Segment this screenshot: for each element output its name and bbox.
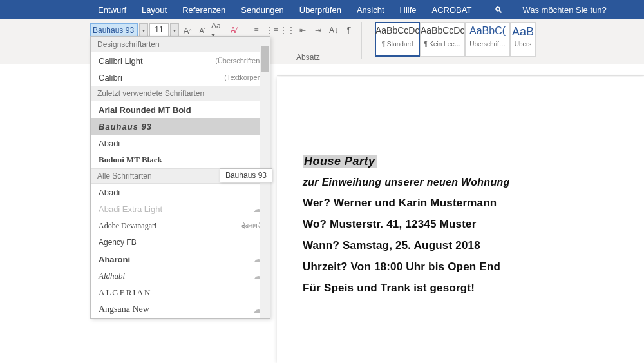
chevron-down-icon: ▾	[173, 28, 176, 34]
grow-font-button[interactable]: A^	[180, 23, 194, 37]
indent-button[interactable]: ⇥	[311, 23, 325, 37]
ribbon-menu: Entwurf Layout Referenzen Sendungen Über…	[0, 0, 644, 19]
font-dropdown-button[interactable]: ▾	[139, 23, 148, 37]
font-item-algerian[interactable]: ALGERIAN	[91, 284, 270, 301]
ribbon-tab[interactable]: Layout	[134, 5, 175, 15]
ribbon-tab[interactable]: Ansicht	[349, 5, 392, 15]
font-item-aldhabi[interactable]: Aldhabi ☁	[91, 268, 270, 284]
change-case-button[interactable]: Aa ▾	[211, 23, 225, 37]
sort-button[interactable]: A↓	[327, 23, 341, 37]
font-item-calibri[interactable]: Calibri (Textkörper)	[91, 69, 270, 86]
font-item-angsana-new[interactable]: Angsana New ☁	[91, 301, 270, 318]
separator	[361, 22, 362, 59]
doc-line[interactable]: Wer? Werner und Karin Mustermann	[303, 197, 618, 210]
font-size-input[interactable]: 11	[149, 23, 169, 37]
font-item-abadi-extra-light[interactable]: Abadi Extra Light ☁	[91, 201, 270, 217]
doc-line[interactable]: Wo? Musterstr. 41, 12345 Muster	[303, 218, 618, 231]
doc-title[interactable]: House Party	[303, 155, 377, 168]
ribbon-tab[interactable]: ACROBAT	[424, 5, 480, 15]
font-item-abadi[interactable]: Abadi	[91, 135, 270, 152]
numbering-button[interactable]: ⋮≡	[265, 23, 279, 37]
group-label-absatz: Absatz	[296, 53, 320, 62]
bullets-button[interactable]: ≡	[249, 23, 263, 37]
doc-subtitle[interactable]: zur Einweihung unserer neuen Wohnung	[303, 177, 618, 188]
font-item-arial-rounded[interactable]: Arial Rounded MT Bold	[91, 101, 270, 118]
style-heading1[interactable]: AaBbC( Überschrif…	[465, 22, 510, 57]
font-item-bodoni-black[interactable]: Bodoni MT Black	[91, 152, 270, 168]
ribbon-tab[interactable]: Hilfe	[392, 5, 424, 15]
font-size-dropdown-button[interactable]: ▾	[170, 23, 179, 37]
document-page[interactable]: House Party zur Einweihung unserer neuen…	[277, 77, 644, 363]
font-item-abadi[interactable]: Abadi	[91, 184, 270, 201]
font-item-aharoni[interactable]: Aharoni ☁	[91, 251, 270, 268]
font-tooltip: Bauhaus 93	[220, 168, 272, 182]
style-no-spacing[interactable]: AaBbCcDc ¶ Kein Lee…	[420, 22, 465, 57]
ribbon-tab[interactable]: Sendungen	[233, 5, 292, 15]
font-item-calibri-light[interactable]: Calibri Light (Überschriften)	[91, 52, 270, 69]
section-design-fonts: Designschriftarten	[91, 37, 270, 52]
shrink-font-button[interactable]: A˅	[196, 23, 210, 37]
styles-gallery: AaBbCcDc ¶ Standard AaBbCcDc ¶ Kein Lee……	[375, 22, 536, 57]
ribbon-tab[interactable]: Referenzen	[175, 5, 233, 15]
show-marks-button[interactable]: ¶	[342, 23, 356, 37]
tell-me-search[interactable]: 🔍︎ Was möchten Sie tun?	[479, 5, 621, 15]
section-recent-fonts: Zuletzt verwendete Schriftarten	[91, 86, 270, 101]
doc-line[interactable]: Wann? Samstag, 25. August 2018	[303, 239, 618, 252]
style-heading2[interactable]: AaB Übers	[510, 22, 536, 57]
outdent-button[interactable]: ⇤	[296, 23, 310, 37]
font-item-adobe-devanagari[interactable]: Adobe Devanagari देवनागरी	[91, 217, 270, 234]
ribbon-tab[interactable]: Überprüfen	[292, 5, 349, 15]
scroll-thumb[interactable]	[261, 46, 269, 72]
search-placeholder: Was möchten Sie tun?	[515, 5, 614, 15]
font-name-input[interactable]: Bauhaus 93	[90, 23, 138, 37]
doc-line[interactable]: Uhrzeit? Von 18:00 Uhr bis Open End	[303, 260, 618, 273]
font-dropdown-panel: Designschriftarten Calibri Light (Übersc…	[90, 36, 270, 319]
ribbon-tab[interactable]: Entwurf	[90, 5, 134, 15]
style-standard[interactable]: AaBbCcDc ¶ Standard	[375, 22, 420, 57]
search-icon: 🔍︎	[487, 5, 511, 15]
clear-formatting-button[interactable]: A⁄	[227, 23, 241, 37]
ruler[interactable]	[277, 64, 644, 76]
multilevel-button[interactable]: ⋮⋮	[280, 23, 294, 37]
doc-line[interactable]: Für Speis und Trank ist gesorgt!	[303, 282, 618, 295]
chevron-down-icon: ▾	[142, 28, 145, 34]
font-item-bauhaus93[interactable]: Bauhaus 93	[91, 118, 270, 135]
font-item-agency-fb[interactable]: Agency FB	[91, 234, 270, 251]
